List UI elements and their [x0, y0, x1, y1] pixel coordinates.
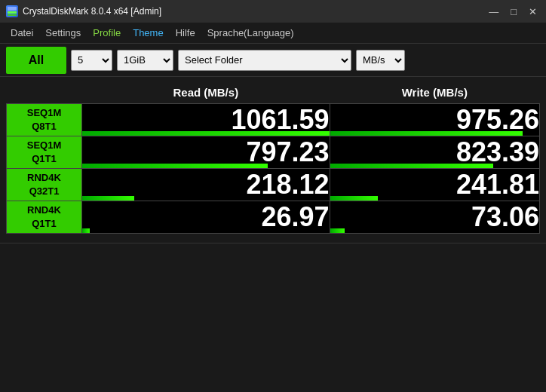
app-title: CrystalDiskMark 8.0.4 x64 [Admin]: [23, 6, 161, 17]
statusbar: [0, 243, 546, 259]
size-select[interactable]: 1GiB 512MiB 2GiB 4GiB: [117, 50, 173, 71]
table-row: RND4K Q32T1 218.12 241.81: [7, 169, 540, 201]
all-button[interactable]: All: [6, 47, 66, 74]
minimize-button[interactable]: —: [486, 6, 502, 17]
table-row: RND4K Q1T1 26.97 73.06: [7, 201, 540, 234]
write-seq1m-q8t1: 975.26: [330, 104, 539, 136]
read-seq1m-q8t1: 1061.59: [82, 104, 330, 136]
write-seq1m-q1t1: 823.39: [330, 136, 539, 169]
menubar: Datei Settings Profile Theme Hilfe Sprac…: [0, 23, 546, 44]
toolbar: All 5 1 3 9 1GiB 512MiB 2GiB 4GiB Select…: [0, 44, 546, 77]
label-rnd4k-q1t1: RND4K Q1T1: [7, 201, 82, 234]
read-rnd4k-q32t1: 218.12: [82, 169, 330, 201]
menu-hilfe[interactable]: Hilfe: [170, 24, 201, 41]
window-controls: — □ ✕: [486, 6, 540, 17]
table-row: SEQ1M Q8T1 1061.59 975.26: [7, 104, 540, 136]
main-content: Read (MB/s) Write (MB/s) SEQ1M Q8T1 1061…: [0, 77, 546, 238]
write-rnd4k-q1t1: 73.06: [330, 201, 539, 234]
menu-settings[interactable]: Settings: [39, 24, 87, 41]
label-seq1m-q1t1: SEQ1M Q1T1: [7, 136, 82, 169]
titlebar-left: CrystalDiskMark 8.0.4 x64 [Admin]: [6, 5, 161, 17]
read-seq1m-q1t1: 797.23: [82, 136, 330, 169]
menu-profile[interactable]: Profile: [87, 24, 127, 41]
svg-rect-0: [8, 7, 17, 11]
svg-rect-2: [8, 14, 17, 16]
label-rnd4k-q32t1: RND4K Q32T1: [7, 169, 82, 201]
write-rnd4k-q32t1: 241.81: [330, 169, 539, 201]
maximize-button[interactable]: □: [508, 6, 520, 17]
label-seq1m-q8t1: SEQ1M Q8T1: [7, 104, 82, 136]
app-icon: [6, 5, 18, 17]
unit-select[interactable]: MB/s GB/s IOPS μs: [356, 50, 405, 71]
header-label-cell: [7, 81, 82, 104]
menu-language[interactable]: Sprache(Language): [201, 24, 300, 41]
results-table: Read (MB/s) Write (MB/s) SEQ1M Q8T1 1061…: [6, 81, 540, 234]
header-write: Write (MB/s): [330, 81, 539, 104]
menu-datei[interactable]: Datei: [5, 24, 39, 41]
runs-select[interactable]: 5 1 3 9: [71, 50, 112, 71]
menu-theme[interactable]: Theme: [127, 24, 169, 41]
read-rnd4k-q1t1: 26.97: [82, 201, 330, 234]
close-button[interactable]: ✕: [526, 6, 540, 17]
titlebar: CrystalDiskMark 8.0.4 x64 [Admin] — □ ✕: [0, 0, 546, 23]
svg-rect-1: [8, 11, 17, 14]
header-read: Read (MB/s): [82, 81, 330, 104]
folder-select[interactable]: Select Folder C:\ D:\: [178, 50, 351, 71]
table-header-row: Read (MB/s) Write (MB/s): [7, 81, 540, 104]
table-row: SEQ1M Q1T1 797.23 823.39: [7, 136, 540, 169]
